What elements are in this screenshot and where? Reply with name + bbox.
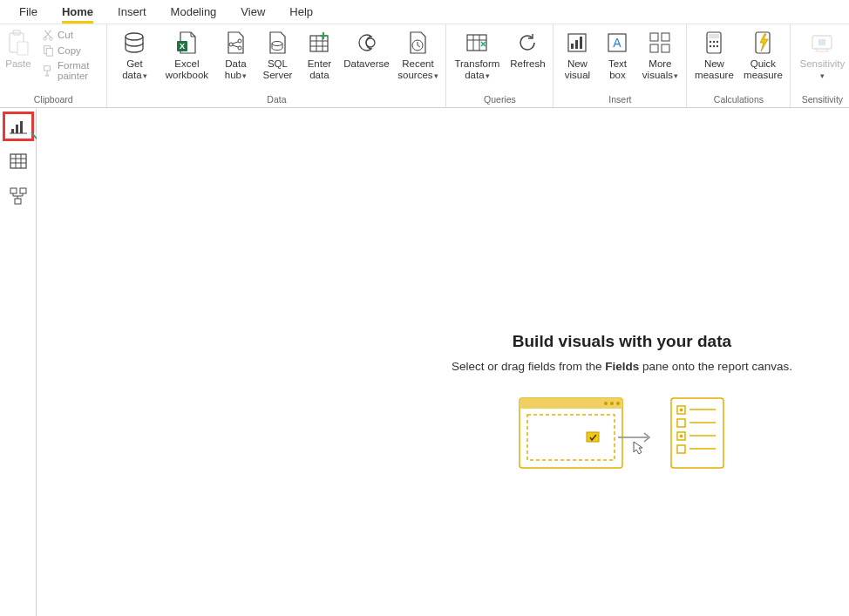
menu-file[interactable]: File (7, 2, 50, 22)
ribbon-group-clipboard: Paste Cut Copy Format painter Clipboard (0, 24, 107, 107)
sql-label: SQL Server (259, 58, 295, 80)
new-measure-label: New measure (692, 58, 736, 80)
excel-workbook-button[interactable]: X Excel workbook (161, 28, 212, 80)
data-view-icon (10, 153, 27, 169)
get-data-label: Get data (122, 58, 142, 80)
svg-rect-42 (20, 121, 23, 133)
svg-point-12 (238, 39, 241, 43)
canvas-title: Build visuals with your data (377, 332, 849, 351)
new-visual-button[interactable]: New visual (559, 28, 595, 80)
more-visuals-button[interactable]: More visuals (639, 28, 681, 81)
quick-measure-icon (750, 30, 776, 56)
svg-rect-28 (662, 44, 669, 52)
sensitivity-button[interactable]: Sensitivity (796, 28, 848, 81)
report-view-button[interactable] (5, 114, 31, 139)
svg-rect-7 (44, 66, 51, 71)
svg-point-16 (366, 38, 375, 47)
queries-group-label: Queries (452, 92, 547, 107)
cut-button[interactable]: Cut (38, 28, 101, 42)
canvas-subtitle: Select or drag fields from the Fields pa… (377, 360, 849, 373)
svg-point-35 (713, 45, 715, 47)
svg-point-50 (610, 402, 614, 405)
svg-point-34 (710, 45, 711, 47)
refresh-icon (514, 30, 540, 56)
svg-rect-2 (17, 42, 28, 55)
dataverse-label: Dataverse (343, 58, 389, 70)
cut-icon (42, 29, 54, 41)
svg-rect-18 (467, 35, 486, 51)
report-view-icon (10, 118, 27, 134)
svg-point-49 (604, 402, 608, 405)
data-hub-button[interactable]: Data hub (217, 28, 254, 81)
ribbon: Paste Cut Copy Format painter Clipboard (0, 24, 849, 108)
recent-sources-icon (404, 30, 431, 56)
get-data-button[interactable]: Get data (112, 28, 156, 81)
report-canvas[interactable]: Build visuals with your data Select or d… (37, 109, 849, 616)
svg-point-8 (126, 33, 143, 40)
svg-rect-39 (818, 39, 825, 45)
menu-insert[interactable]: Insert (105, 2, 159, 22)
text-box-icon: A (604, 30, 630, 56)
model-view-icon (10, 187, 27, 205)
svg-rect-15 (310, 36, 328, 51)
copy-label: Copy (58, 45, 81, 56)
menubar: File Home Insert Modeling View Help (0, 0, 849, 24)
sql-icon (264, 30, 290, 56)
get-data-icon (121, 30, 147, 56)
model-view-button[interactable] (5, 184, 31, 208)
canvas-illustration (377, 397, 849, 469)
copy-icon (42, 44, 54, 57)
svg-point-33 (717, 41, 718, 43)
svg-rect-26 (662, 33, 669, 41)
enter-data-button[interactable]: Enter data (301, 28, 337, 80)
text-box-label: Text box (601, 58, 634, 80)
transform-data-button[interactable]: Transform data (452, 28, 502, 81)
dataverse-button[interactable]: Dataverse (343, 28, 390, 70)
paste-button[interactable]: Paste (5, 28, 31, 70)
svg-rect-53 (587, 432, 599, 442)
ribbon-group-queries: Transform data Refresh Queries (446, 24, 554, 107)
paste-label: Paste (5, 58, 31, 70)
format-painter-button[interactable]: Format painter (38, 59, 101, 82)
svg-point-32 (713, 41, 715, 43)
svg-point-36 (717, 45, 718, 47)
refresh-button[interactable]: Refresh (507, 28, 547, 70)
menu-help[interactable]: Help (277, 2, 325, 22)
copy-button[interactable]: Copy (38, 44, 101, 58)
menu-modeling[interactable]: Modeling (159, 2, 229, 22)
menu-home[interactable]: Home (50, 2, 105, 22)
svg-text:X: X (180, 42, 185, 51)
recent-sources-label: Recent sources (397, 58, 433, 80)
refresh-label: Refresh (510, 58, 545, 70)
svg-rect-30 (709, 34, 719, 38)
svg-point-14 (272, 42, 282, 46)
quick-measure-button[interactable]: Quick measure (741, 28, 784, 80)
more-visuals-icon (647, 30, 673, 56)
paste-icon (5, 30, 31, 56)
quick-measure-label: Quick measure (741, 58, 784, 80)
cut-label: Cut (58, 30, 73, 40)
data-view-button[interactable] (5, 149, 31, 173)
ribbon-group-insert: New visual A Text box More visuals Inser… (554, 24, 687, 107)
recent-sources-button[interactable]: Recent sources (395, 28, 440, 81)
svg-rect-44 (10, 188, 17, 193)
calculations-group-label: Calculations (692, 92, 784, 107)
svg-rect-40 (11, 129, 14, 133)
sql-server-button[interactable]: SQL Server (259, 28, 295, 80)
svg-rect-25 (650, 33, 658, 41)
svg-rect-46 (15, 199, 21, 204)
svg-rect-22 (580, 37, 582, 49)
new-measure-button[interactable]: New measure (692, 28, 736, 80)
format-painter-icon (42, 64, 54, 77)
text-box-button[interactable]: A Text box (601, 28, 634, 80)
ribbon-group-sensitivity: Sensitivity Sensitivity (791, 24, 849, 107)
svg-point-31 (710, 41, 711, 43)
svg-point-13 (238, 46, 241, 50)
clipboard-group-label: Clipboard (5, 92, 101, 107)
svg-rect-45 (20, 188, 26, 193)
sensitivity-icon (809, 30, 835, 56)
format-painter-label: Format painter (58, 60, 98, 81)
menu-view[interactable]: View (228, 2, 277, 22)
enter-data-icon (306, 30, 332, 56)
enter-data-label: Enter data (301, 58, 337, 80)
